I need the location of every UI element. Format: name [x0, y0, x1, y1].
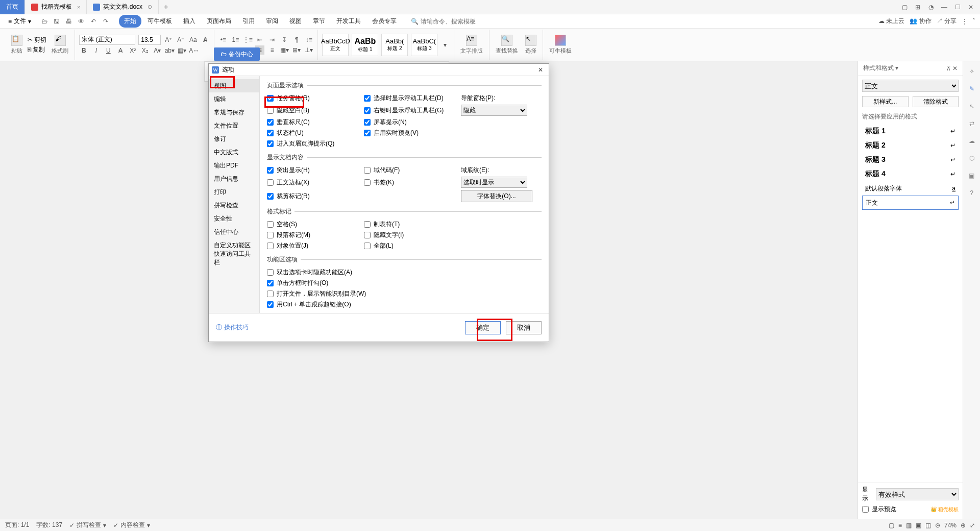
numbering-icon[interactable]: 1≡ [231, 35, 240, 44]
grid-icon[interactable]: ⊞ [912, 2, 924, 12]
line-spacing-icon[interactable]: ↕≡ [304, 35, 313, 44]
opt-taskpane[interactable]: 任务窗格(R) [267, 94, 359, 103]
border-icon[interactable]: ▦▾ [177, 46, 186, 55]
show-marks-icon[interactable]: ¶ [292, 35, 301, 44]
indent-inc-icon[interactable]: ⇥ [267, 35, 277, 44]
styles-more-icon[interactable]: ▾ [440, 40, 450, 50]
font-color-icon[interactable]: A▾ [153, 46, 162, 55]
shield-icon[interactable]: ⬡ [967, 153, 977, 163]
style-h1[interactable]: AaBb标题 1 [352, 34, 378, 56]
avatar-icon[interactable]: ◔ [925, 2, 937, 12]
chevron-up-icon[interactable]: ˆ [973, 18, 975, 25]
status-content[interactable]: ✓内容检查 ▾ [113, 521, 150, 529]
format-brush[interactable]: 🖌格式刷 [50, 35, 70, 55]
sidebar-item-view[interactable]: 视图 [209, 79, 259, 92]
opt-smart-toc[interactable]: 打开文件，展示智能识别目录(W) [267, 289, 542, 298]
opt-highlight[interactable]: 突出显示(H) [267, 166, 359, 175]
ribtab-ref[interactable]: 引用 [237, 15, 260, 28]
pin-icon[interactable]: ⊼ [946, 65, 951, 72]
status-page[interactable]: 页面: 1/1 [5, 521, 29, 529]
ribtab-review[interactable]: 审阅 [261, 15, 283, 28]
cloud-icon[interactable]: ☁ [967, 136, 977, 146]
tab-template[interactable]: 找稻壳模板× [25, 0, 87, 14]
opt-hidden[interactable]: 隐藏文字(I) [364, 231, 456, 239]
undo-icon[interactable]: ↶ [89, 17, 97, 26]
font-size[interactable] [138, 35, 161, 45]
distribute-icon[interactable]: ≡ [267, 45, 277, 55]
menu-hamburger[interactable]: ≡ 文件 ▾ [5, 17, 34, 26]
status-words[interactable]: 字数: 137 [36, 521, 62, 529]
pencil-icon[interactable]: ✎ [967, 84, 977, 94]
layout-icon[interactable]: ▢ [898, 2, 911, 12]
char-spacing-icon[interactable]: A↔ [189, 46, 199, 55]
opt-click-check[interactable]: 单击方框时打勾(O) [267, 279, 542, 287]
opt-tab[interactable]: 制表符(T) [364, 220, 456, 229]
view-outline-icon[interactable]: ≡ [898, 522, 902, 529]
save-icon[interactable]: 🖫 [53, 17, 61, 26]
clear-format-button[interactable]: 清除格式 [913, 96, 959, 107]
font-name[interactable] [79, 35, 135, 45]
subscript-icon[interactable]: X₂ [140, 46, 150, 55]
tab-doc[interactable]: 英文文档.docx⊙ [87, 0, 159, 14]
find-replace-button[interactable]: 🔍查找替换 [494, 35, 520, 55]
close-icon[interactable]: ⊙ [148, 4, 152, 10]
clear-format-icon[interactable]: A̷ [201, 35, 210, 44]
ribtab-insert[interactable]: 插入 [178, 15, 201, 28]
zoom-in-icon[interactable]: ⊕ [961, 522, 966, 529]
current-style-select[interactable]: 正文 [862, 80, 959, 92]
tab-add[interactable]: + [159, 3, 173, 12]
view-split-icon[interactable]: ◫ [925, 522, 931, 529]
minimize-icon[interactable]: — [938, 2, 950, 12]
select-button[interactable]: ↖选择 [523, 35, 538, 55]
template-button[interactable]: 可牛模板 [547, 35, 574, 55]
underline-icon[interactable]: U [104, 46, 113, 55]
opt-ctrl-link[interactable]: 用Ctrl + 单击跟踪超链接(O) [267, 300, 542, 309]
opt-float-right[interactable]: 右键时显示浮动工具栏(G) [364, 106, 456, 115]
style-item-default[interactable]: 默认段落字体a [862, 181, 959, 196]
view-web-icon[interactable]: ▥ [906, 522, 912, 529]
show-select[interactable]: 有效样式 [876, 488, 959, 500]
multilevel-icon[interactable]: ⋮≡ [243, 35, 252, 44]
change-case-icon[interactable]: Aa [188, 35, 198, 44]
ribtab-view[interactable]: 视图 [284, 15, 307, 28]
cloud-status[interactable]: ☁ 未上云 [878, 17, 904, 26]
command-search[interactable]: 🔍 [411, 18, 482, 25]
opt-vruler[interactable]: 垂直标尺(C) [267, 118, 359, 127]
style-item-body[interactable]: 正文↵ [862, 196, 959, 210]
maximize-icon[interactable]: ☐ [951, 2, 964, 12]
preview-checkbox[interactable] [862, 506, 869, 513]
sidebar-item-general[interactable]: 常规与保存 [209, 106, 259, 119]
style-item-h1[interactable]: 标题 1↵ [862, 124, 959, 138]
sidebar-item-edit[interactable]: 编辑 [209, 92, 259, 106]
opt-statusbar[interactable]: 状态栏(U) [267, 129, 359, 137]
status-spell[interactable]: ✓拼写检查 ▾ [69, 521, 106, 529]
zoom-value[interactable]: 74% [944, 522, 957, 529]
crown-icon[interactable]: 👑 稻壳模板 [930, 506, 959, 513]
style-item-h3[interactable]: 标题 3↵ [862, 153, 959, 167]
highlight-icon[interactable]: ab▾ [165, 46, 174, 55]
help-icon[interactable]: ? [967, 188, 977, 198]
opt-para[interactable]: 段落标记(M) [267, 231, 359, 239]
opt-cropmark[interactable]: 裁剪标记(R) [267, 192, 359, 201]
style-normal[interactable]: AaBbCcD正文 [322, 34, 349, 56]
ok-button[interactable]: 确定 [465, 321, 501, 334]
view-page-icon[interactable]: ▢ [889, 522, 894, 529]
tips-link[interactable]: ⓘ 操作技巧 [216, 323, 249, 332]
shading-icon[interactable]: ▦▾ [280, 45, 289, 55]
zoom-out-icon[interactable]: ⊝ [935, 522, 940, 529]
style-h3[interactable]: AaBbC(标题 3 [411, 34, 437, 56]
opt-bookmark[interactable]: 书签(K) [364, 178, 456, 187]
superscript-icon[interactable]: X² [128, 46, 137, 55]
close-icon[interactable]: ✕ [965, 2, 977, 12]
close-icon[interactable]: × [77, 4, 80, 10]
cut-button[interactable]: ✂ 剪切 [28, 36, 46, 44]
style-item-h2[interactable]: 标题 2↵ [862, 138, 959, 153]
share-button[interactable]: ↗ 分享 [937, 17, 957, 26]
opt-bodyborder[interactable]: 正文边框(X) [267, 178, 359, 187]
opt-objpos[interactable]: 对象位置(J) [267, 242, 359, 250]
search-input[interactable] [421, 18, 482, 25]
style-h2[interactable]: AaBb(标题 2 [381, 34, 408, 56]
opt-hide-ribbon[interactable]: 双击选项卡时隐藏功能区(A) [267, 268, 542, 277]
swap-icon[interactable]: ⇄ [967, 118, 977, 129]
grow-font-icon[interactable]: A⁺ [164, 35, 173, 44]
